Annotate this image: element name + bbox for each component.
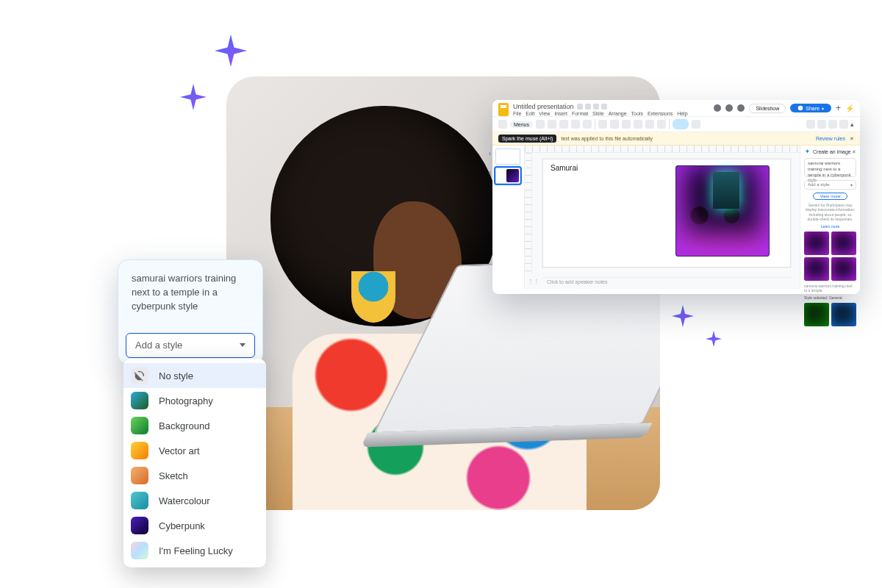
sidepanel-close-icon[interactable]: ✕ [852,149,856,155]
cyberpunk-icon [131,517,148,534]
cursor-button[interactable] [610,120,619,129]
slides-window: Untitled presentation File Edit View Ins… [492,100,860,294]
style-option-label: Vector art [159,445,200,456]
gemini-toolbar-button[interactable] [673,119,689,129]
toolbar-tooltip: Spark the muse (Alt+i) [498,135,556,143]
image-spark-icon [804,148,811,155]
new-button[interactable]: + [836,103,841,113]
generated-thumb[interactable] [831,303,856,326]
menus-pill[interactable]: Menus [510,121,533,128]
redo-button[interactable] [559,120,568,129]
share-button[interactable]: Share ▾ [790,104,831,112]
learn-more-link[interactable]: Learn more [804,224,856,229]
menu-arrange[interactable]: Arrange [609,111,627,116]
image-button[interactable] [634,120,642,129]
banner-message: text was applied to this file automatica… [561,136,653,141]
menu-view[interactable]: View [539,111,550,116]
paint-format-button[interactable] [583,120,592,129]
style-option-label: Cyberpunk [159,520,205,531]
style-option-label: Watercolour [159,495,210,506]
sidepanel-title: Create an image [813,149,851,154]
speaker-notes[interactable]: Click to add speaker notes [542,277,791,286]
menu-file[interactable]: File [513,111,521,116]
no-style-icon [131,367,148,384]
comments-icon[interactable] [725,104,733,112]
slideshow-button[interactable]: Slideshow [749,104,786,113]
sidepanel-style-select[interactable]: Add a style ▾ [804,180,856,190]
style-option-label: Background [159,420,209,431]
meet-icon[interactable] [737,104,745,112]
sidepanel-prompt[interactable]: samurai warriors training next to a temp… [804,158,856,177]
style-option-label: Photography [159,395,213,406]
slide-thumb-2[interactable] [495,168,520,184]
style-option-label: I'm Feeling Lucky [159,545,233,556]
background-icon [131,417,148,434]
thumb-number: 2 [489,171,491,175]
menu-insert[interactable]: Insert [554,111,567,116]
generated-image[interactable] [675,165,770,257]
style-option-label: No style [159,370,193,381]
canvas-area: Samurai ⋮⋮ Click to add speaker notes [525,146,800,289]
textbox-button[interactable] [622,120,631,129]
generated-thumb[interactable] [804,303,829,326]
ruler-vertical [525,153,532,274]
style-option-no-style[interactable]: No style [123,363,266,388]
chevron-down-icon [240,343,245,347]
banner-close-icon[interactable]: ✕ [850,136,854,142]
watercolour-icon [131,492,148,509]
transition-button[interactable] [839,120,848,129]
prompt-text[interactable]: samurai warriors training next to a temp… [118,260,262,333]
sidepanel-style-label: Style selected: General [804,295,856,300]
thumb-number: 1 [489,151,491,156]
menu-slide[interactable]: Slide [592,111,604,116]
menubar: File Edit View Insert Format Slide Arran… [513,111,688,116]
filmstrip-toggle-icon[interactable]: ⋮⋮ [528,278,539,284]
layout-button[interactable] [817,120,826,129]
shape-button[interactable] [645,120,654,129]
line-button[interactable] [657,120,666,129]
menu-tools[interactable]: Tools [631,111,643,116]
comment-button[interactable] [692,120,700,129]
sidepanel-caption: samurai warriors training next to a temp… [804,284,856,293]
view-more-button[interactable]: View more [813,193,847,200]
slide-thumb-1[interactable] [495,148,520,165]
history-icon[interactable] [714,104,721,112]
style-select-label: Add a style [135,340,182,351]
menu-format[interactable]: Format [572,111,588,116]
menu-extensions[interactable]: Extensions [648,111,673,116]
slide-canvas[interactable]: Samurai [542,159,791,268]
style-option-vector-art[interactable]: Vector art [123,438,266,463]
style-option-watercolour[interactable]: Watercolour [123,488,266,513]
generated-thumb[interactable] [804,257,829,281]
menu-help[interactable]: Help [677,111,687,116]
new-slide-button[interactable] [536,120,545,129]
image-style-panel: samurai warriors training next to a temp… [118,259,263,365]
create-image-sidepanel: Create an image ✕ samurai warriors train… [800,146,860,289]
toolbar: Menus ▴ [492,116,860,132]
style-select[interactable]: Add a style [126,333,255,358]
theme-button[interactable] [828,120,837,129]
search-menus-button[interactable] [498,120,507,129]
sidepanel-disclaimer: Gemini for Workspace may display inaccur… [804,203,856,221]
print-button[interactable] [571,120,580,129]
style-dropdown: No style Photography Background Vector a… [123,359,266,567]
menu-edit[interactable]: Edit [526,111,534,116]
sketch-icon [131,467,148,484]
sparkle-icon [215,35,247,67]
zoom-button[interactable] [598,120,607,129]
style-option-sketch[interactable]: Sketch [123,463,266,488]
style-option-feeling-lucky[interactable]: I'm Feeling Lucky [123,538,266,563]
style-option-cyberpunk[interactable]: Cyberpunk [123,513,266,538]
background-button[interactable] [806,120,815,129]
doc-title[interactable]: Untitled presentation [513,103,574,110]
gemini-icon[interactable]: ⚡ [845,104,854,112]
generated-thumb[interactable] [831,257,856,281]
undo-button[interactable] [548,120,556,129]
generated-thumb[interactable] [831,232,856,255]
generated-thumb[interactable] [804,232,829,255]
banner-review-link[interactable]: Review rules [816,136,845,141]
slides-logo-icon [498,103,509,116]
sparkle-icon [706,331,722,347]
style-option-photography[interactable]: Photography [123,388,266,413]
style-option-background[interactable]: Background [123,413,266,438]
